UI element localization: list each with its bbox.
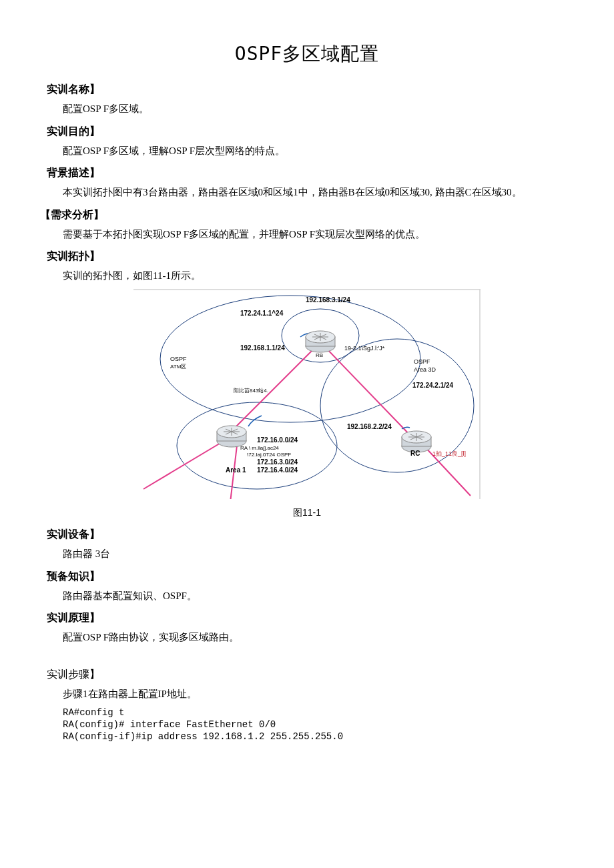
lbl-area3d: Area 3D bbox=[414, 366, 436, 373]
body-principle: 配置OSP F路由协议，实现多区域路由。 bbox=[40, 630, 574, 645]
body-background: 本实训拓扑图中有3台路由器，路由器在区域0和区域1中，路由器B在区域0和区域30… bbox=[40, 185, 574, 200]
step1-text: 步骤1在路由器上配置IP地址。 bbox=[40, 687, 574, 702]
heading-equipment: 实训设备】 bbox=[47, 526, 574, 542]
code-block-1: RA#config t RA(config)# interface FastEt… bbox=[63, 707, 574, 743]
lbl-rb-right: 19-2.1\SgJ.l:'J* bbox=[344, 345, 385, 352]
lbl-ra-net3: 172.16.3.0/24 bbox=[257, 458, 298, 466]
router-ra-icon bbox=[217, 426, 246, 447]
lbl-ra-net4: 172.16.4.0/24 bbox=[257, 466, 298, 474]
body-prep: 路由器基本配置知识、OSPF。 bbox=[40, 588, 574, 604]
body-requirements: 需要基于本拓扑图实现OSP F多区域的配置，并理解OSP F实现层次型网络的优点… bbox=[40, 227, 574, 242]
lbl-ra2: \72.Iaj.0T24 OSPF bbox=[247, 452, 291, 458]
heading-steps: 实训步骤】 bbox=[47, 667, 574, 683]
body-name: 配置OSP F多区域。 bbox=[40, 101, 574, 117]
heading-principle: 实训原理】 bbox=[47, 610, 574, 626]
body-equipment: 路由器 3台 bbox=[40, 546, 574, 562]
lbl-area1: Area 1 bbox=[226, 466, 246, 474]
lbl-ip-top: 192.168.3.1/24 bbox=[306, 296, 350, 304]
heading-requirements: 【需求分析】 bbox=[40, 207, 574, 223]
lbl-rc-sub: 1拍_11良_[l] bbox=[432, 450, 466, 457]
area0-ellipse bbox=[160, 296, 420, 422]
lbl-ra: RA \ m.llaj].ac24 bbox=[240, 445, 279, 451]
lbl-rb: RB bbox=[316, 352, 323, 358]
page-title: OSPF多区域配置 bbox=[40, 40, 574, 68]
lbl-rb-left: 192.168.1.1/24 bbox=[240, 344, 285, 352]
lbl-192-168-2: 192.168.2.2/24 bbox=[347, 423, 392, 430]
lbl-ospf-right: OSPF bbox=[414, 358, 430, 365]
heading-name: 实训名称】 bbox=[47, 81, 574, 97]
lbl-rc: RC bbox=[410, 450, 420, 457]
heading-topology: 实训拓扑】 bbox=[47, 248, 574, 264]
topology-diagram: 192.168.3.1/24 172.24.1.1^24 192.168.1.1… bbox=[133, 289, 481, 499]
lbl-ra-net1: 172.16.0.0/24 bbox=[257, 436, 298, 444]
body-topology: 实训的拓扑图，如图11-1所示。 bbox=[40, 268, 574, 284]
lbl-mid: 阳比苗843站4. bbox=[234, 388, 268, 394]
lbl-172-24-2: 172.24.2.1/24 bbox=[412, 382, 454, 389]
topology-figure: 192.168.3.1/24 172.24.1.1^24 192.168.1.1… bbox=[40, 289, 574, 504]
lbl-ospf-left: OSPF bbox=[170, 356, 187, 362]
link-ra-out1 bbox=[143, 442, 222, 489]
body-goal: 配置OSP F多区域，理解OSP F层次型网络的特点。 bbox=[40, 143, 574, 159]
lbl-172-24-1: 172.24.1.1^24 bbox=[240, 310, 284, 317]
heading-background: 背景描述】 bbox=[47, 165, 574, 181]
heading-goal: 实训目的】 bbox=[47, 123, 574, 139]
router-rb-icon bbox=[306, 331, 335, 352]
conn-ra bbox=[248, 416, 262, 426]
heading-prep: 预备知识】 bbox=[47, 568, 574, 584]
lbl-area-atm: ATM区 bbox=[170, 364, 186, 370]
figure-caption: 图11-1 bbox=[40, 506, 574, 520]
